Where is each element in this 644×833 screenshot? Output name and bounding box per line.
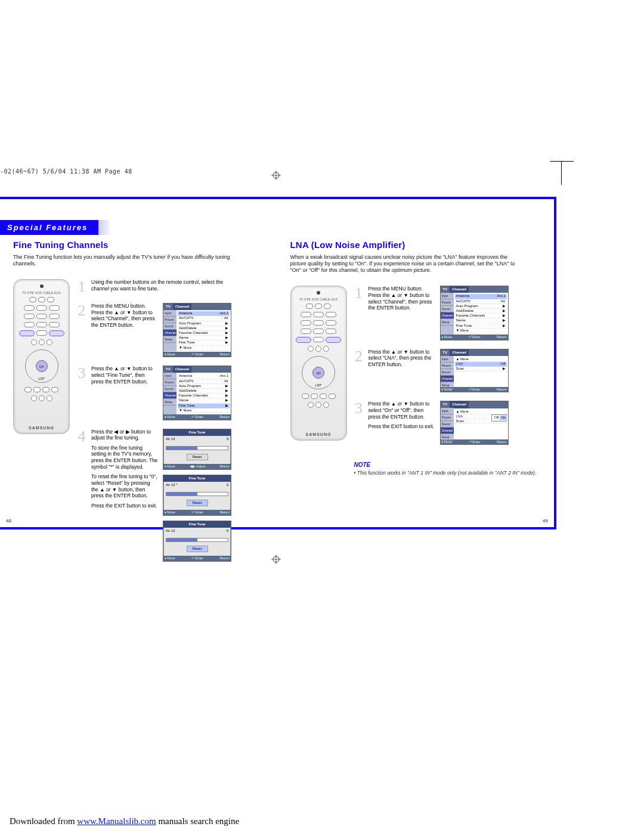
- remote-control-figure: TV STB VCR CABLE AUX CH LIST SAMSUNG: [13, 279, 70, 434]
- step-number: 2: [354, 349, 364, 364]
- crop-mark-icon: [550, 161, 574, 162]
- intro-text: When a weak broadcast signal causes uncl…: [290, 254, 523, 274]
- note-text: • This function works in "ANT 1 IN" mode…: [354, 470, 544, 476]
- page-48: Special Features Fine Tuning Channels Th…: [0, 199, 277, 527]
- brand-label: SAMSUNG: [306, 432, 332, 436]
- brand-label: SAMSUNG: [29, 426, 54, 430]
- crop-mark-icon: [561, 161, 562, 185]
- page-number: 49: [543, 518, 548, 524]
- manualslib-link[interactable]: www.Manualslib.com: [77, 816, 156, 826]
- step-text: Press the ▲ or ▼ button to select "LNA",…: [369, 349, 435, 368]
- step-text: Press the MENU button. Press the ▲ or ▼ …: [91, 303, 158, 329]
- pdf-header-text: -02(46~67) 5/6/04 11:38 AM Page 48: [0, 169, 132, 175]
- intro-text: The Fine Tuning function lets you manual…: [13, 254, 246, 268]
- page-number: 48: [6, 518, 11, 524]
- osd-lna-select: TVChannel InputPictureSoundChannelSetup …: [440, 401, 509, 445]
- manual-spread: Special Features Fine Tuning Channels Th…: [0, 197, 556, 529]
- step-text: Press the ◀ or ▶ button to adjust the fi…: [91, 429, 158, 513]
- remote-control-figure: TV STB VCR CABLE AUX CH LIST SAMSUNG: [290, 286, 347, 441]
- remote-mode-labels: TV STB VCR CABLE AUX: [299, 298, 338, 301]
- step-1: 1 Press the MENU button. Press the ▲ or …: [354, 286, 544, 340]
- step-number: 4: [77, 429, 86, 444]
- step-text: Press the ▲ or ▼ button to select "On" o…: [369, 401, 435, 433]
- page-title: Fine Tuning Channels: [13, 240, 267, 250]
- osd-fine-tune-reset: Fine Tune Air 12 *3 Reset ♦ Move⏎ EnterR…: [163, 475, 231, 516]
- download-attribution: Downloaded from www.Manualslib.com manua…: [10, 817, 239, 826]
- note-heading: NOTE: [354, 462, 544, 468]
- registration-mark-icon: [271, 171, 281, 180]
- page-title: LNA (Low Noise Amplifier): [290, 240, 544, 250]
- osd-channel-menu-finetune: TVChannel InputPictureSoundChannelSetup …: [163, 366, 231, 420]
- step-number: 3: [354, 401, 364, 416]
- step-number: 2: [77, 303, 86, 318]
- step-1: 1 Using the number buttons on the remote…: [77, 279, 267, 295]
- step-2: 2 Press the ▲ or ▼ button to select "LNA…: [354, 349, 544, 393]
- step-text: Press the MENU button. Press the ▲ or ▼ …: [369, 286, 435, 311]
- step-3: 3 Press the ▲ or ▼ button to select "On"…: [354, 401, 544, 445]
- step-number: 1: [354, 286, 364, 301]
- osd-channel-menu: TVChannel InputPictureSoundChannelSetup …: [163, 303, 231, 357]
- dpad-icon: CH LIST: [25, 349, 58, 383]
- step-number: 1: [77, 279, 86, 295]
- page-49: LNA (Low Noise Amplifier) When a weak br…: [277, 199, 555, 527]
- step-number: 3: [77, 366, 86, 381]
- step-2: 2 Press the MENU button. Press the ▲ or …: [77, 303, 267, 357]
- remote-mode-labels: TV STB VCR CABLE AUX: [22, 291, 61, 295]
- dpad-icon: CH LIST: [302, 356, 335, 389]
- step-text: Using the number buttons on the remote c…: [91, 279, 234, 292]
- step-3: 3 Press the ▲ or ▼ button to select "Fin…: [77, 366, 267, 420]
- step-text: Press the ▲ or ▼ button to select "Fine …: [91, 366, 158, 385]
- note-block: NOTE • This function works in "ANT 1 IN"…: [354, 453, 544, 476]
- osd-fine-tune-zero: Fine Tune Air 120 Reset ♦ Move⏎ EnterRet…: [163, 521, 231, 562]
- step-4: 4 Press the ◀ or ▶ button to adjust the …: [77, 429, 267, 562]
- osd-lna-menu: TVChannel InputPictureSoundChannelSetup …: [440, 349, 509, 393]
- registration-mark-icon: [271, 555, 281, 564]
- osd-fine-tune: Fine Tune Air 123 Reset ♦ Move◀▶ AdjustR…: [163, 429, 231, 470]
- osd-channel-menu: TVChannel InputPictureSoundChannelSetup …: [440, 286, 509, 340]
- section-tab: Special Features: [0, 220, 98, 235]
